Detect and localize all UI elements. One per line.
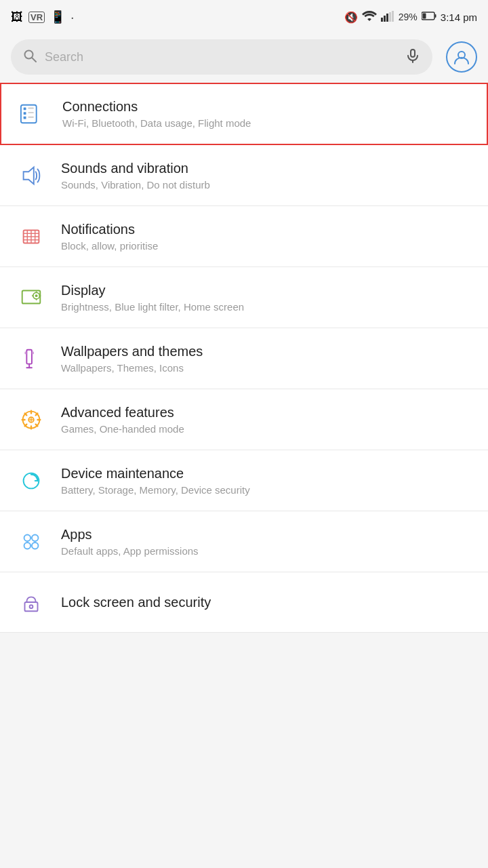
- wallpapers-icon: [14, 341, 49, 376]
- settings-item-connections[interactable]: Connections Wi-Fi, Bluetooth, Data usage…: [0, 83, 488, 145]
- svg-point-56: [32, 542, 39, 549]
- svg-rect-18: [28, 112, 34, 113]
- svg-point-53: [24, 534, 31, 541]
- wallpapers-text: Wallpapers and themes Wallpapers, Themes…: [61, 344, 203, 374]
- svg-rect-6: [434, 14, 436, 18]
- settings-item-notifications[interactable]: Notifications Block, allow, prioritise: [0, 206, 488, 267]
- status-right-icons: 🔇 29%: [344, 11, 477, 24]
- settings-list: Connections Wi-Fi, Bluetooth, Data usage…: [0, 83, 488, 633]
- connections-subtitle: Wi-Fi, Bluetooth, Data usage, Flight mod…: [62, 117, 251, 129]
- signal-icon: [381, 11, 394, 24]
- svg-point-54: [32, 534, 39, 541]
- svg-point-30: [35, 294, 38, 297]
- apps-text: Apps Default apps, App permissions: [61, 527, 199, 557]
- battery-icon: [422, 12, 436, 22]
- svg-rect-16: [24, 117, 26, 119]
- svg-rect-0: [381, 18, 383, 22]
- display-icon: [14, 280, 49, 315]
- settings-item-advanced[interactable]: Advanced features Games, One-handed mode: [0, 389, 488, 450]
- svg-line-9: [32, 58, 36, 62]
- connections-icon: [15, 96, 50, 132]
- battery-percentage: 29%: [399, 12, 418, 22]
- svg-rect-2: [386, 14, 388, 22]
- svg-rect-14: [24, 108, 26, 111]
- settings-item-display[interactable]: Display Brightness, Blue light filter, H…: [0, 267, 488, 328]
- search-placeholder: Search: [45, 50, 397, 64]
- settings-item-wallpapers[interactable]: Wallpapers and themes Wallpapers, Themes…: [0, 328, 488, 389]
- apps-icon: [14, 524, 49, 559]
- gallery-icon: 🖼: [11, 10, 23, 24]
- status-bar: 🖼 VR 📱 · 🔇 29%: [0, 0, 488, 34]
- svg-rect-3: [389, 12, 391, 22]
- svg-rect-57: [25, 602, 38, 611]
- connections-title: Connections: [62, 99, 251, 115]
- search-bar[interactable]: Search: [11, 39, 432, 75]
- sounds-title: Sounds and vibration: [61, 161, 210, 176]
- svg-rect-38: [25, 351, 27, 354]
- svg-rect-39: [32, 351, 34, 354]
- svg-rect-15: [24, 112, 26, 115]
- display-subtitle: Brightness, Blue light filter, Home scre…: [61, 301, 244, 313]
- sounds-icon: [14, 158, 49, 193]
- advanced-icon: [14, 402, 49, 437]
- settings-item-sounds[interactable]: Sounds and vibration Sounds, Vibration, …: [0, 145, 488, 206]
- notifications-title: Notifications: [61, 222, 158, 237]
- lockscreen-icon: [14, 585, 49, 620]
- search-container: Search: [0, 34, 488, 83]
- notifications-subtitle: Block, allow, prioritise: [61, 240, 158, 252]
- notifications-icon: [14, 219, 49, 254]
- wifi-icon: [362, 11, 377, 24]
- status-left-icons: 🖼 VR 📱 ·: [11, 9, 75, 25]
- device-subtitle: Battery, Storage, Memory, Device securit…: [61, 484, 250, 496]
- mic-icon[interactable]: [405, 48, 420, 66]
- notifications-text: Notifications Block, allow, prioritise: [61, 222, 158, 252]
- svg-rect-4: [392, 11, 394, 22]
- svg-point-55: [24, 542, 31, 549]
- whatsapp-icon: 📱: [50, 9, 65, 24]
- svg-rect-10: [411, 50, 415, 57]
- mute-icon: 🔇: [344, 11, 358, 24]
- advanced-text: Advanced features Games, One-handed mode: [61, 405, 184, 435]
- svg-rect-17: [28, 108, 34, 109]
- svg-rect-1: [384, 16, 386, 22]
- lockscreen-title: Lock screen and security: [61, 595, 211, 610]
- apps-subtitle: Default apps, App permissions: [61, 545, 199, 557]
- sounds-text: Sounds and vibration Sounds, Vibration, …: [61, 161, 210, 191]
- settings-item-device[interactable]: Device maintenance Battery, Storage, Mem…: [0, 450, 488, 511]
- advanced-title: Advanced features: [61, 405, 184, 420]
- svg-rect-35: [26, 349, 32, 363]
- connections-text: Connections Wi-Fi, Bluetooth, Data usage…: [62, 99, 251, 129]
- status-time: 3:14 pm: [441, 12, 477, 23]
- svg-rect-7: [422, 14, 426, 19]
- svg-rect-19: [28, 117, 34, 118]
- wallpapers-title: Wallpapers and themes: [61, 344, 203, 359]
- dot-icon: ·: [70, 9, 75, 25]
- svg-point-58: [30, 605, 33, 608]
- settings-item-apps[interactable]: Apps Default apps, App permissions: [0, 511, 488, 572]
- sounds-subtitle: Sounds, Vibration, Do not disturb: [61, 179, 210, 191]
- search-icon: [23, 49, 37, 66]
- settings-item-lockscreen[interactable]: Lock screen and security: [0, 572, 488, 633]
- apps-title: Apps: [61, 527, 199, 542]
- device-icon: [14, 463, 49, 498]
- advanced-subtitle: Games, One-handed mode: [61, 423, 184, 435]
- vr-icon: VR: [28, 12, 45, 23]
- svg-marker-20: [24, 167, 34, 184]
- display-text: Display Brightness, Blue light filter, H…: [61, 283, 244, 313]
- device-title: Device maintenance: [61, 466, 250, 481]
- wallpapers-subtitle: Wallpapers, Themes, Icons: [61, 362, 203, 374]
- profile-button[interactable]: [446, 41, 477, 73]
- device-text: Device maintenance Battery, Storage, Mem…: [61, 466, 250, 496]
- display-title: Display: [61, 283, 244, 298]
- lockscreen-text: Lock screen and security: [61, 595, 211, 610]
